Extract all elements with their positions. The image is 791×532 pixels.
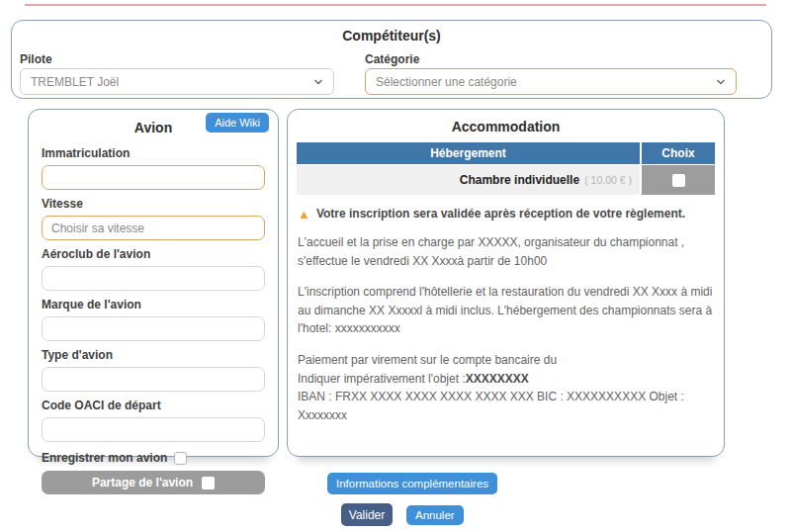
vitesse-input[interactable] (42, 216, 265, 240)
register-avion-checkbox[interactable] (174, 452, 187, 465)
choix-column-header: Choix (642, 142, 715, 164)
warning-icon: ▲ (298, 208, 310, 221)
avion-panel: Aide Wiki Avion Immatriculation Vitesse … (28, 109, 279, 457)
field-code-oaci: Code OACI de départ (42, 399, 265, 442)
field-type-avion: Type d'avion (42, 348, 265, 392)
partage-avion-checkbox[interactable] (202, 477, 215, 489)
category-select[interactable]: Sélectionner une catégorie (365, 68, 737, 95)
payment-object: XXXXXXXX (466, 372, 529, 386)
partage-avion-button[interactable]: Partage de l'avion (42, 471, 265, 494)
field-aeroclub: Aéroclub de l'avion (42, 247, 265, 291)
payment-iban-line: IBAN : FRXX XXXX XXXX XXXX XXXX XXX BIC … (298, 388, 714, 424)
aeroclub-input[interactable] (42, 266, 265, 291)
valider-button[interactable]: Valider (341, 503, 393, 526)
aeroclub-label: Aéroclub de l'avion (42, 247, 265, 261)
registration-warning: ▲ Votre inscription sera validée après r… (288, 207, 724, 221)
payment-line2: Indiquer impérativement l'objet :XXXXXXX… (298, 370, 714, 389)
accommodation-panel: Accommodation Hébergement Choix Chambre … (287, 109, 725, 457)
code-oaci-label: Code OACI de départ (42, 399, 265, 412)
register-avion-label: Enregistrer mon avion (42, 451, 167, 465)
accommodation-title: Accommodation (288, 119, 724, 134)
pilot-select-value: TREMBLET Joël (31, 75, 119, 89)
category-select-value: Sélectionner une catégorie (376, 75, 517, 89)
pilot-label: Pilote (20, 52, 52, 66)
top-accent-line (25, 4, 766, 6)
payment-info: Paiement par virement sur le compte banc… (288, 351, 724, 424)
hebergement-column-header: Hébergement (297, 142, 640, 164)
table-row: Chambre individuelle ( 10.00 € ) (297, 165, 715, 195)
field-marque: Marque de l'avion (42, 298, 265, 341)
chevron-down-icon (313, 77, 323, 87)
payment-line2-prefix: Indiquer impérativement l'objet : (298, 372, 466, 386)
payment-line1: Paiement par virement sur le compte banc… (298, 351, 714, 370)
hebergement-table: Hébergement Choix Chambre individuelle (… (297, 142, 715, 195)
warning-text: Votre inscription sera validée après réc… (316, 207, 685, 221)
accueil-paragraph: L'accueil et la prise en charge par XXXX… (288, 233, 724, 270)
room-name: Chambre individuelle (460, 173, 579, 187)
code-oaci-input[interactable] (42, 417, 265, 442)
informations-complementaires-button[interactable]: Informations complémentaires (327, 473, 497, 494)
immatriculation-input[interactable] (42, 165, 265, 190)
competitors-title: Compétiteur(s) (12, 28, 771, 44)
vitesse-label: Vitesse (42, 197, 265, 211)
pilot-select[interactable]: TREMBLET Joël (20, 68, 334, 95)
annuler-button[interactable]: Annuler (406, 505, 464, 525)
room-price: ( 10.00 € ) (584, 174, 632, 186)
field-vitesse: Vitesse (42, 197, 265, 240)
type-avion-input[interactable] (42, 367, 265, 392)
marque-label: Marque de l'avion (42, 298, 265, 311)
immatriculation-label: Immatriculation (42, 146, 265, 160)
partage-avion-label: Partage de l'avion (92, 476, 193, 489)
marque-input[interactable] (42, 316, 265, 341)
room-choice-checkbox[interactable] (672, 174, 685, 187)
chevron-down-icon (716, 77, 726, 87)
field-immatriculation: Immatriculation (42, 146, 265, 190)
type-avion-label: Type d'avion (42, 348, 265, 362)
competitors-panel: Compétiteur(s) Pilote TREMBLET Joël Caté… (11, 20, 772, 99)
category-label: Catégorie (365, 52, 419, 66)
aide-wiki-button[interactable]: Aide Wiki (206, 113, 269, 133)
inscription-paragraph: L'inscription comprend l'hôtellerie et l… (288, 283, 724, 338)
